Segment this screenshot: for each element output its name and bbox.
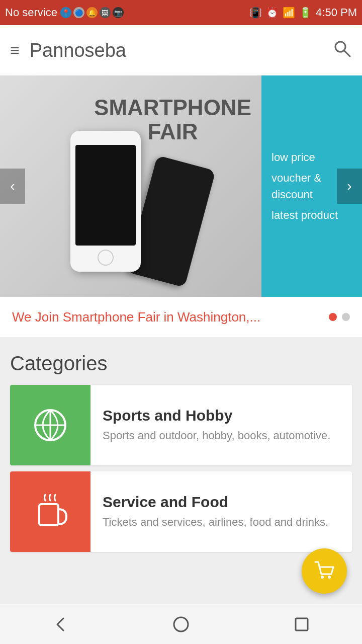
bluetooth-icon: 🔵 (73, 7, 84, 18)
status-left: No service 📍 🔵 🔔 🖼 📷 (5, 6, 124, 19)
banner-container: SMARTPHONE FAIR low price voucher & disc… (0, 75, 362, 337)
category-food-desc: Tickets and services, airlines, food and… (103, 515, 340, 530)
alarm-icon: ⏰ (266, 7, 279, 19)
search-icon[interactable] (332, 38, 352, 63)
menu-icon[interactable]: ≡ (10, 41, 20, 60)
battery-icon: 🔋 (299, 7, 312, 19)
phone-button (98, 250, 114, 266)
category-sports-info: Sports and Hobby Sports and outdoor, hob… (90, 407, 352, 444)
banner-arrow-left[interactable]: ‹ (0, 169, 25, 204)
category-sports-desc: Sports and outdoor, hobby, books, automo… (103, 428, 340, 444)
banner-right-line1: low price (272, 149, 352, 166)
svg-point-6 (321, 576, 324, 579)
photo-icon: 📷 (113, 7, 124, 18)
app-header: ≡ Pannoseba (0, 25, 362, 75)
category-sports-icon-box (10, 385, 90, 465)
category-food-icon-box (10, 471, 90, 552)
banner-right-line3: latest product (272, 207, 352, 223)
category-food-info: Service and Food Tickets and services, a… (90, 494, 352, 530)
no-service-text: No service (5, 6, 57, 19)
svg-rect-5 (39, 504, 58, 525)
phone-screen (75, 145, 136, 246)
svg-point-7 (328, 576, 331, 579)
home-button[interactable] (166, 609, 196, 639)
category-food-name: Service and Food (103, 494, 340, 511)
phone-front (70, 131, 141, 272)
back-button[interactable] (45, 609, 75, 639)
banner-arrow-right[interactable]: › (337, 169, 362, 204)
vibrate-icon: 📳 (249, 7, 262, 19)
svg-rect-9 (296, 618, 308, 630)
nav-bar (0, 604, 362, 644)
status-bar: No service 📍 🔵 🔔 🖼 📷 📳 ⏰ 📶 🔋 4:50 PM (0, 0, 362, 25)
banner-slide: SMARTPHONE FAIR low price voucher & disc… (0, 75, 362, 297)
location-icon: 📍 (60, 7, 71, 18)
app-title: Pannoseba (20, 40, 332, 61)
banner-caption: We Join Smartphone Fair in Washington,..… (0, 297, 362, 337)
wifi-icon: 📶 (283, 7, 295, 19)
categories-section: Categories Sports and Hobby Sports and o… (0, 337, 362, 568)
category-sports[interactable]: Sports and Hobby Sports and outdoor, hob… (10, 385, 352, 465)
notification-icon: 🔔 (86, 7, 98, 18)
banner-caption-text: We Join Smartphone Fair in Washington,..… (12, 309, 260, 325)
food-icon (30, 492, 70, 532)
recent-apps-button[interactable] (287, 609, 317, 639)
status-icons-left: 📍 🔵 🔔 🖼 📷 (60, 7, 124, 18)
status-time: 4:50 PM (316, 6, 357, 19)
sports-icon (30, 405, 70, 445)
cart-icon (313, 560, 335, 582)
fab-cart-button[interactable] (302, 548, 347, 594)
category-sports-name: Sports and Hobby (103, 407, 340, 424)
gallery-icon: 🖼 (100, 7, 111, 18)
banner-phones (50, 91, 211, 282)
category-food[interactable]: Service and Food Tickets and services, a… (10, 471, 352, 552)
dot-2[interactable] (342, 313, 350, 321)
dot-1[interactable] (329, 313, 337, 321)
banner-left: SMARTPHONE FAIR (0, 75, 261, 297)
status-right: 📳 ⏰ 📶 🔋 4:50 PM (249, 6, 357, 19)
categories-title: Categories (10, 352, 352, 375)
banner-dots (329, 313, 350, 321)
svg-point-8 (174, 617, 188, 631)
svg-line-1 (344, 50, 350, 56)
